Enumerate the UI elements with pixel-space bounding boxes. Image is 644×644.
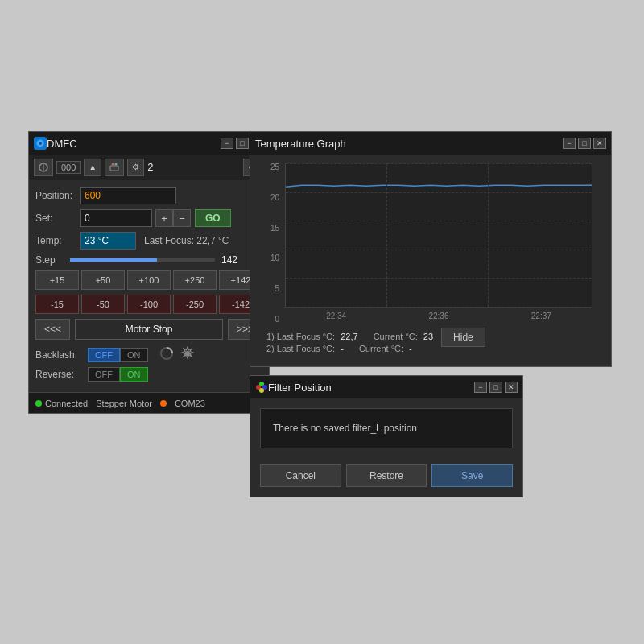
filter-message: There is no saved filter_L position	[260, 408, 513, 448]
toolbar-icon-btn[interactable]	[34, 159, 53, 176]
dmfc-status-bar: Connected Stepper Motor COM23	[29, 392, 269, 413]
filter-message-text: There is no saved filter_L position	[273, 423, 417, 434]
toolbar-badge: 000	[56, 161, 80, 174]
legend-1-label: 1) Last Focus °C:	[266, 332, 335, 341]
step-neg-15[interactable]: -15	[35, 295, 79, 314]
position-input[interactable]	[80, 187, 176, 204]
backlash-row: Backlash: OFF ON	[35, 346, 262, 363]
dmfc-window: DMFC − □ ✕ 000 ▲ ⚙ 2 Position: Set: +	[28, 131, 270, 414]
filter-content: There is no saved filter_L position	[250, 398, 522, 458]
go-button[interactable]: GO	[195, 209, 231, 227]
step-pos-15[interactable]: +15	[35, 270, 79, 290]
step-pos-100[interactable]: +100	[127, 270, 171, 290]
grid-v-0	[386, 163, 387, 307]
svg-point-5	[115, 163, 118, 165]
set-input[interactable]	[80, 209, 152, 227]
filter-close-btn[interactable]: ✕	[505, 382, 518, 393]
x-label-2236: 22:36	[428, 312, 448, 320]
hide-button[interactable]: Hide	[441, 328, 485, 347]
dmfc-minimize-btn[interactable]: −	[221, 138, 233, 149]
set-minus-btn[interactable]: −	[173, 209, 191, 227]
legend-col-1: 1) Last Focus °C: 22,7 Current °C: 23 2)…	[266, 332, 433, 353]
graph-area: 25 20 15 10 5 0	[250, 155, 611, 328]
y-label-10: 10	[270, 254, 279, 262]
temp-input[interactable]	[80, 232, 136, 250]
backlash-on-btn[interactable]: ON	[120, 348, 148, 362]
legend-2-cur-label: Current °C:	[359, 344, 403, 353]
backlash-off-btn[interactable]: OFF	[88, 348, 120, 362]
dmfc-settings-icon[interactable]	[180, 346, 195, 363]
legend-2-value: -	[341, 344, 344, 353]
reverse-on-btn[interactable]: ON	[120, 367, 148, 382]
legend-1-cur-val: 23	[423, 332, 433, 341]
save-button[interactable]: Save	[431, 464, 513, 487]
dmfc-toolbar: 000 ▲ ⚙ 2	[29, 155, 269, 180]
reverse-label: Reverse:	[35, 369, 88, 380]
temp-row: Temp: Last Focus: 22,7 °C	[35, 232, 262, 250]
backlash-label: Backlash:	[35, 349, 88, 361]
legend-1-value: 22,7	[341, 332, 357, 341]
toolbar-up-btn[interactable]: ▲	[84, 159, 101, 176]
set-label: Set:	[35, 213, 80, 224]
y-label-15: 15	[270, 224, 279, 233]
step-label: Step	[35, 254, 64, 266]
filter-position-window: Filter Position − □ ✕ There is no saved …	[250, 375, 523, 497]
x-label-2234: 22:34	[326, 312, 346, 320]
dmfc-content: Position: Set: + − GO Temp: Last Focus: …	[29, 180, 269, 392]
connected-indicator	[35, 400, 42, 407]
reverse-off-btn[interactable]: OFF	[88, 367, 120, 382]
toolbar-icon2-btn[interactable]	[105, 159, 124, 176]
graph-legend: 1) Last Focus °C: 22,7 Current °C: 23 2)…	[258, 328, 441, 360]
spin-icon	[159, 346, 174, 363]
grid-h-4	[286, 278, 592, 279]
temp-label: Temp:	[35, 235, 80, 246]
step-pos-250[interactable]: +250	[173, 270, 217, 290]
temp-maximize-btn[interactable]: □	[578, 138, 591, 149]
motor-row: <<< Motor Stop >>>	[35, 319, 262, 340]
motor-stop-btn[interactable]: Motor Stop	[75, 319, 223, 340]
restore-button[interactable]: Restore	[346, 464, 427, 487]
motor-type-text: Stepper Motor	[96, 398, 152, 408]
step-neg-50[interactable]: -50	[81, 295, 125, 314]
temp-title-bar: Temperature Graph − □ ✕	[250, 132, 611, 155]
svg-point-16	[259, 388, 264, 393]
step-neg-100[interactable]: -100	[127, 295, 171, 314]
filter-buttons: Cancel Restore Save	[250, 458, 522, 497]
svg-rect-3	[110, 166, 118, 171]
y-label-5: 5	[275, 284, 279, 293]
graph-canvas: 25 20 15 10 5 0	[262, 163, 592, 324]
y-label-0: 0	[275, 315, 279, 324]
step-neg-250[interactable]: -250	[173, 295, 217, 314]
step-pos-50[interactable]: +50	[81, 270, 125, 290]
reverse-row: Reverse: OFF ON	[35, 367, 262, 382]
dmfc-maximize-btn[interactable]: □	[236, 138, 249, 149]
toolbar-number: 2	[147, 161, 153, 173]
set-plus-btn[interactable]: +	[155, 209, 173, 227]
legend-2-label: 2) Last Focus °C:	[266, 344, 335, 353]
temp-close-btn[interactable]: ✕	[593, 138, 606, 149]
filter-icon	[255, 381, 268, 394]
backlash-toggle: OFF ON	[88, 348, 148, 362]
temp-line-svg	[286, 163, 592, 307]
svg-point-4	[112, 163, 114, 165]
temp-graph-window: Temperature Graph − □ ✕ 25 20 15 10 5 0	[250, 131, 612, 367]
svg-point-0	[39, 142, 42, 145]
filter-minimize-btn[interactable]: −	[474, 382, 487, 393]
legend-2-cur-val: -	[409, 344, 412, 353]
negative-btn-grid: -15 -50 -100 -250 -142	[35, 295, 262, 314]
grid-h-0	[286, 163, 592, 164]
temp-minimize-btn[interactable]: −	[563, 138, 576, 149]
positive-btn-grid: +15 +50 +100 +250 +142	[35, 270, 262, 290]
position-label: Position:	[35, 190, 80, 201]
dmfc-icon	[34, 137, 47, 150]
connected-text: Connected	[45, 398, 88, 408]
cancel-button[interactable]: Cancel	[260, 464, 341, 487]
connected-status: Connected	[35, 398, 88, 408]
filter-maximize-btn[interactable]: □	[489, 382, 502, 393]
step-value: 142	[221, 254, 237, 266]
step-slider[interactable]	[70, 258, 215, 262]
nav-left-btn[interactable]: <<<	[35, 319, 70, 340]
toolbar-settings-btn[interactable]: ⚙	[127, 159, 144, 176]
dmfc-title: DMFC	[47, 138, 218, 150]
grid-v-1	[488, 163, 489, 307]
